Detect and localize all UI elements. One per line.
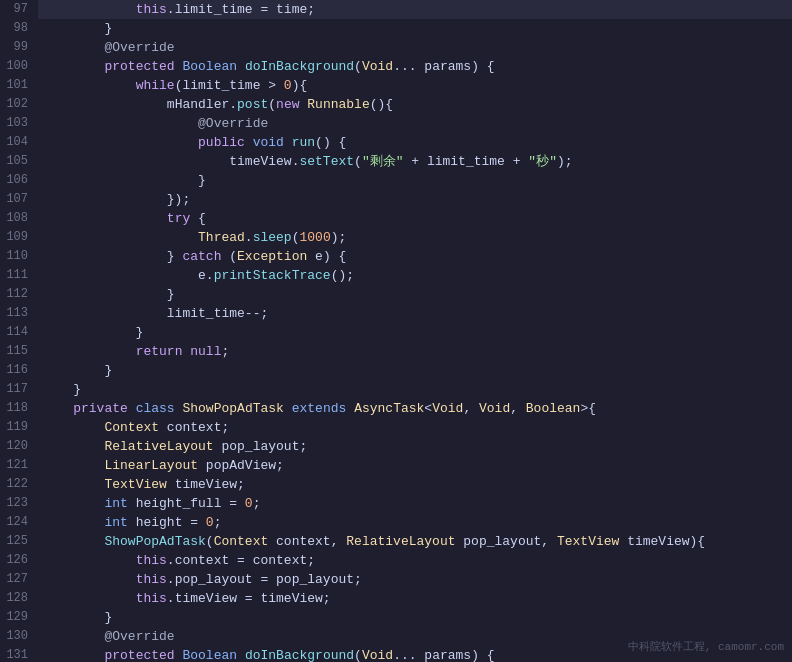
table-row: 121 LinearLayout popAdView;: [0, 456, 792, 475]
line-number: 110: [0, 247, 38, 266]
table-row: 108 try {: [0, 209, 792, 228]
line-number: 106: [0, 171, 38, 190]
line-content: this.pop_layout = pop_layout;: [38, 570, 792, 589]
line-number: 125: [0, 532, 38, 551]
table-row: 110 } catch (Exception e) {: [0, 247, 792, 266]
line-content: Thread.sleep(1000);: [38, 228, 792, 247]
line-number: 124: [0, 513, 38, 532]
line-number: 112: [0, 285, 38, 304]
table-row: 117 }: [0, 380, 792, 399]
line-number: 114: [0, 323, 38, 342]
line-number: 103: [0, 114, 38, 133]
line-content: @Override: [38, 114, 792, 133]
line-number: 99: [0, 38, 38, 57]
line-content: try {: [38, 209, 792, 228]
line-content: this.context = context;: [38, 551, 792, 570]
line-content: } catch (Exception e) {: [38, 247, 792, 266]
line-content: TextView timeView;: [38, 475, 792, 494]
table-row: 116 }: [0, 361, 792, 380]
line-number: 100: [0, 57, 38, 76]
table-row: 100 protected Boolean doInBackground(Voi…: [0, 57, 792, 76]
table-row: 104 public void run() {: [0, 133, 792, 152]
line-number: 115: [0, 342, 38, 361]
line-content: private class ShowPopAdTask extends Asyn…: [38, 399, 792, 418]
line-number: 118: [0, 399, 38, 418]
code-table: 97 this.limit_time = time;98 }99 @Overri…: [0, 0, 792, 662]
line-content: this.timeView = timeView;: [38, 589, 792, 608]
table-row: 97 this.limit_time = time;: [0, 0, 792, 19]
line-number: 121: [0, 456, 38, 475]
line-content: protected Boolean doInBackground(Void...…: [38, 57, 792, 76]
line-number: 111: [0, 266, 38, 285]
line-number: 122: [0, 475, 38, 494]
table-row: 112 }: [0, 285, 792, 304]
table-row: 105 timeView.setText("剩余" + limit_time +…: [0, 152, 792, 171]
line-content: @Override: [38, 38, 792, 57]
line-number: 105: [0, 152, 38, 171]
line-content: limit_time--;: [38, 304, 792, 323]
line-number: 109: [0, 228, 38, 247]
line-content: int height = 0;: [38, 513, 792, 532]
line-number: 129: [0, 608, 38, 627]
line-number: 117: [0, 380, 38, 399]
line-number: 113: [0, 304, 38, 323]
table-row: 125 ShowPopAdTask(Context context, Relat…: [0, 532, 792, 551]
line-number: 116: [0, 361, 38, 380]
line-content: this.limit_time = time;: [38, 0, 792, 19]
line-content: return null;: [38, 342, 792, 361]
table-row: 118 private class ShowPopAdTask extends …: [0, 399, 792, 418]
line-number: 101: [0, 76, 38, 95]
table-row: 128 this.timeView = timeView;: [0, 589, 792, 608]
line-content: ShowPopAdTask(Context context, RelativeL…: [38, 532, 792, 551]
line-number: 131: [0, 646, 38, 662]
table-row: 122 TextView timeView;: [0, 475, 792, 494]
table-row: 109 Thread.sleep(1000);: [0, 228, 792, 247]
line-number: 128: [0, 589, 38, 608]
table-row: 99 @Override: [0, 38, 792, 57]
line-content: });: [38, 190, 792, 209]
table-row: 115 return null;: [0, 342, 792, 361]
line-number: 119: [0, 418, 38, 437]
table-row: 98 }: [0, 19, 792, 38]
line-content: }: [38, 171, 792, 190]
line-number: 104: [0, 133, 38, 152]
line-content: timeView.setText("剩余" + limit_time + "秒"…: [38, 152, 792, 171]
table-row: 107 });: [0, 190, 792, 209]
table-row: 113 limit_time--;: [0, 304, 792, 323]
line-content: e.printStackTrace();: [38, 266, 792, 285]
table-row: 127 this.pop_layout = pop_layout;: [0, 570, 792, 589]
table-row: 111 e.printStackTrace();: [0, 266, 792, 285]
line-content: }: [38, 323, 792, 342]
line-content: }: [38, 608, 792, 627]
line-content: }: [38, 361, 792, 380]
table-row: 102 mHandler.post(new Runnable(){: [0, 95, 792, 114]
table-row: 101 while(limit_time > 0){: [0, 76, 792, 95]
table-row: 119 Context context;: [0, 418, 792, 437]
table-row: 124 int height = 0;: [0, 513, 792, 532]
line-number: 126: [0, 551, 38, 570]
line-number: 130: [0, 627, 38, 646]
line-number: 97: [0, 0, 38, 19]
code-editor: 97 this.limit_time = time;98 }99 @Overri…: [0, 0, 792, 662]
line-content: int height_full = 0;: [38, 494, 792, 513]
line-content: mHandler.post(new Runnable(){: [38, 95, 792, 114]
line-number: 98: [0, 19, 38, 38]
table-row: 123 int height_full = 0;: [0, 494, 792, 513]
line-number: 107: [0, 190, 38, 209]
table-row: 114 }: [0, 323, 792, 342]
watermark: 中科院软件工程, camomr.com: [628, 639, 784, 654]
table-row: 126 this.context = context;: [0, 551, 792, 570]
line-content: }: [38, 19, 792, 38]
line-content: public void run() {: [38, 133, 792, 152]
line-number: 102: [0, 95, 38, 114]
line-number: 108: [0, 209, 38, 228]
table-row: 129 }: [0, 608, 792, 627]
line-content: }: [38, 285, 792, 304]
table-row: 120 RelativeLayout pop_layout;: [0, 437, 792, 456]
table-row: 106 }: [0, 171, 792, 190]
line-number: 127: [0, 570, 38, 589]
line-content: LinearLayout popAdView;: [38, 456, 792, 475]
line-number: 120: [0, 437, 38, 456]
line-content: RelativeLayout pop_layout;: [38, 437, 792, 456]
line-content: }: [38, 380, 792, 399]
